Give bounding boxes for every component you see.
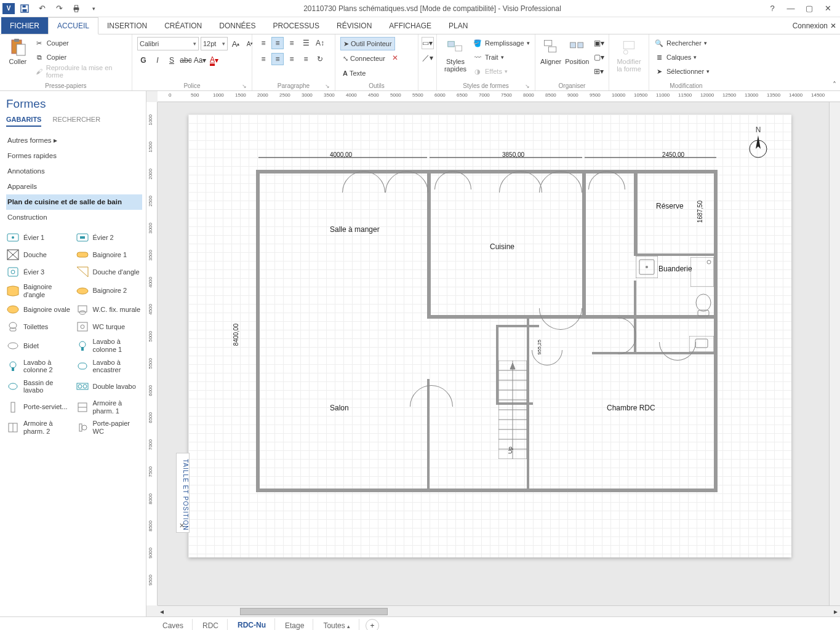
hscroll-thumb[interactable] <box>240 608 388 615</box>
category-annotations[interactable]: Annotations <box>6 164 142 179</box>
tab-plan[interactable]: PLAN <box>440 17 476 34</box>
minimize-icon[interactable]: — <box>782 2 799 15</box>
font-dialog-launcher[interactable]: ↘ <box>242 83 247 89</box>
qat-customize-icon[interactable]: ▾ <box>86 2 101 15</box>
modify-shape-button[interactable]: Modifier la forme <box>614 37 644 73</box>
grow-font-icon[interactable]: A▴ <box>230 38 242 50</box>
save-icon[interactable] <box>17 2 32 15</box>
text-direction-icon[interactable]: A↕ <box>314 37 326 49</box>
page-tab-rdc[interactable]: RDC <box>194 619 228 631</box>
shape-item[interactable]: WC turque <box>76 321 143 333</box>
shape-item[interactable]: Baignoire ovale <box>6 303 73 316</box>
vertical-ruler[interactable]: 1000150020002500300035004000450050005500… <box>146 102 158 605</box>
sign-in[interactable]: Connexion✕ <box>793 17 836 34</box>
category-rapides[interactable]: Formes rapides <box>6 148 142 164</box>
shape-item[interactable]: Évier 2 <box>76 231 143 244</box>
align-center-icon[interactable]: ≡ <box>271 53 284 65</box>
shape-item[interactable]: Armoire à pharm. 1 <box>76 399 143 415</box>
connector-tool[interactable]: ⤡Connecteur <box>340 52 388 65</box>
tab-affichage[interactable]: AFFICHAGE <box>380 17 440 34</box>
drawing-surface[interactable]: N <box>158 102 829 605</box>
bold-icon[interactable]: G <box>137 54 150 66</box>
justify-icon[interactable]: ≡ <box>300 53 312 65</box>
shape-item[interactable]: Douche <box>6 249 73 261</box>
scroll-right-icon[interactable]: ▸ <box>831 607 840 616</box>
horizontal-ruler[interactable]: 0500100015002000250030003500400045005000… <box>158 91 840 102</box>
text-tool[interactable]: ATexte <box>340 66 368 80</box>
shape-item[interactable]: Double lavabo <box>76 379 143 394</box>
category-appareils[interactable]: Appareils <box>6 179 142 194</box>
rectangle-tool-icon[interactable]: ▭▾ <box>422 37 434 49</box>
position-button[interactable]: Position <box>565 37 589 65</box>
underline-icon[interactable]: S <box>166 54 178 66</box>
vertical-scrollbar[interactable] <box>829 102 840 605</box>
change-case-icon[interactable]: Aa▾ <box>194 54 206 66</box>
send-back-icon[interactable]: ▢▾ <box>593 51 605 63</box>
shapes-tab-gabarits[interactable]: GABARITS <box>6 116 41 127</box>
page-tab-rdc-nu[interactable]: RDC-Nu <box>229 618 275 631</box>
cut-button[interactable]: ✂Couper <box>34 37 127 49</box>
floor-plan[interactable]: Salle à manger Cuisine Réserve Buanderie… <box>256 145 736 508</box>
align-middle-icon[interactable]: ≡ <box>271 37 284 49</box>
file-tab[interactable]: FICHIER <box>1 17 48 34</box>
category-autres[interactable]: Autres formes ▸ <box>6 133 142 148</box>
shape-item[interactable]: Porte-papier WC <box>76 420 143 435</box>
paragraph-dialog-launcher[interactable]: ↘ <box>325 83 330 89</box>
line-button[interactable]: 〰Trait▾ <box>473 51 530 63</box>
scroll-left-icon[interactable]: ◂ <box>158 607 166 616</box>
shape-item[interactable]: Baignoire 1 <box>76 249 143 261</box>
pointer-tool[interactable]: ➤Outil Pointeur <box>340 37 395 50</box>
shape-item[interactable]: Lavabo à colonne 1 <box>76 338 143 353</box>
shape-item[interactable]: Bassin de lavabo <box>6 379 73 394</box>
page-tab-toutes[interactable]: Toutes ▴ <box>314 619 359 631</box>
tab-donnees[interactable]: DONNÉES <box>210 17 264 34</box>
undo-icon[interactable]: ↶ <box>34 2 49 15</box>
rotate-text-icon[interactable]: ↻ <box>314 53 326 65</box>
size-position-tab[interactable]: TAILLE ET POSITION✕ <box>176 453 190 533</box>
align-button[interactable]: Aligner <box>540 37 561 65</box>
align-right-icon[interactable]: ≡ <box>286 53 298 65</box>
shape-item[interactable]: Douche d'angle <box>76 266 143 278</box>
shape-item[interactable]: Bidet <box>6 338 73 353</box>
italic-icon[interactable]: I <box>151 54 164 66</box>
redo-icon[interactable]: ↷ <box>52 2 66 15</box>
maximize-icon[interactable]: ▢ <box>801 2 818 15</box>
shape-item[interactable]: Baignoire 2 <box>76 283 143 298</box>
copy-button[interactable]: ⧉Copier <box>34 51 127 63</box>
close-icon[interactable]: ✕ <box>819 2 836 15</box>
shape-item[interactable]: W.C. fix. murale <box>76 303 143 316</box>
find-button[interactable]: 🔍Rechercher▾ <box>654 37 710 49</box>
font-size-combo[interactable]: 12pt▾ <box>201 37 228 50</box>
tab-processus[interactable]: PROCESSUS <box>265 17 328 34</box>
shape-item[interactable]: Toilettes <box>6 321 73 333</box>
select-button[interactable]: ➤Sélectionner▾ <box>654 65 710 78</box>
bring-front-icon[interactable]: ▣▾ <box>593 37 605 49</box>
category-construction[interactable]: Construction <box>6 210 142 225</box>
shapes-tab-rechercher[interactable]: RECHERCHER <box>52 116 100 127</box>
help-icon[interactable]: ? <box>764 2 781 15</box>
layers-button[interactable]: ≣Calques▾ <box>654 51 710 63</box>
align-left-icon[interactable]: ≡ <box>257 53 270 65</box>
shape-item[interactable]: Baignoire d'angle <box>6 283 73 298</box>
close-signin-icon[interactable]: ✕ <box>830 22 836 30</box>
effects-button[interactable]: ◑Effets▾ <box>473 65 530 78</box>
tab-accueil[interactable]: ACCUEIL <box>48 17 98 34</box>
shape-item[interactable]: Armoire à pharm. 2 <box>6 420 73 435</box>
horizontal-scrollbar[interactable]: ◂▸ <box>158 605 840 616</box>
paste-button[interactable]: Coller <box>5 37 31 65</box>
align-top-icon[interactable]: ≡ <box>257 37 270 49</box>
shape-item[interactable]: Porte-serviet... <box>6 399 73 415</box>
font-name-combo[interactable]: Calibri▾ <box>137 37 199 50</box>
quick-styles-button[interactable]: Styles rapides <box>442 37 469 73</box>
bullets-icon[interactable]: ☰ <box>300 37 312 49</box>
tab-insertion[interactable]: INSERTION <box>98 17 156 34</box>
tab-creation[interactable]: CRÉATION <box>156 17 210 34</box>
print-icon[interactable] <box>69 2 84 15</box>
format-painter-button[interactable]: 🖌Reproduire la mise en forme <box>34 65 127 78</box>
category-cuisine-bain[interactable]: Plan de cuisine et de salle de bain <box>6 194 142 210</box>
tab-revision[interactable]: RÉVISION <box>328 17 380 34</box>
shape-item[interactable]: Lavabo à colonne 2 <box>6 359 73 374</box>
align-bottom-icon[interactable]: ≡ <box>286 37 298 49</box>
connector-close-icon[interactable]: ✕ <box>389 52 401 64</box>
drawing-page[interactable]: N <box>188 114 791 557</box>
